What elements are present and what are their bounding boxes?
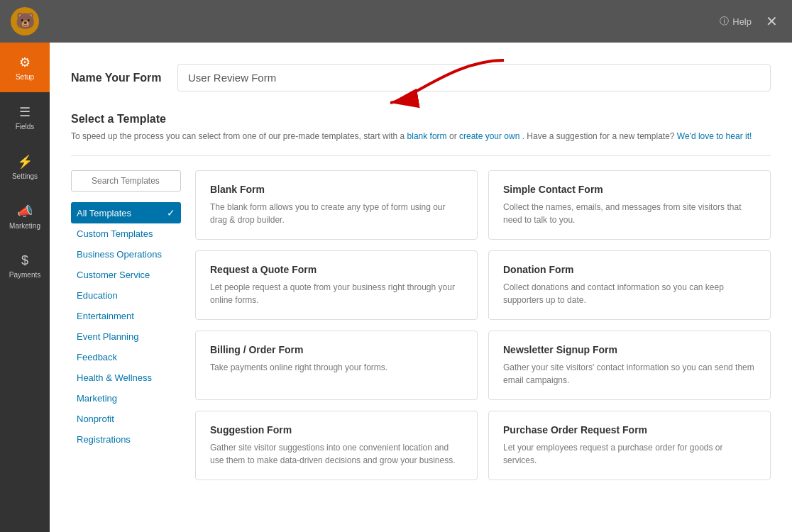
nav-item-settings[interactable]: ⚡ Settings <box>0 142 50 192</box>
sidebar-label-registrations: Registrations <box>77 434 131 445</box>
marketing-icon: 📣 <box>17 204 33 219</box>
sidebar-label-health-wellness: Health & Wellness <box>77 372 152 383</box>
template-title-purchase-order: Purchase Order Request Form <box>503 424 756 436</box>
template-body: 🔍 All Templates ✓ Custom Templates Busin… <box>71 155 771 480</box>
sidebar-item-feedback[interactable]: Feedback <box>71 347 181 367</box>
template-title-simple-contact: Simple Contact Form <box>503 184 756 195</box>
template-card-billing-order[interactable]: Billing / Order Form Take payments onlin… <box>195 331 478 400</box>
template-grid: Blank Form The blank form allows you to … <box>195 170 771 480</box>
bear-logo: 🐻 <box>11 7 39 35</box>
sidebar-item-health-wellness[interactable]: Health & Wellness <box>71 367 181 388</box>
template-desc-donation: Collect donations and contact informatio… <box>503 281 756 306</box>
sidebar-item-event-planning[interactable]: Event Planning <box>71 326 181 347</box>
template-desc-billing-order: Take payments online right through your … <box>210 361 463 374</box>
fields-icon: ☰ <box>19 104 31 120</box>
template-sidebar: 🔍 All Templates ✓ Custom Templates Busin… <box>71 170 195 480</box>
select-template-title: Select a Template <box>71 113 771 126</box>
template-desc-newsletter: Gather your site visitors' contact infor… <box>503 361 756 387</box>
desc-suffix: . Have a suggestion for a new template? <box>522 131 677 141</box>
sidebar-item-registrations[interactable]: Registrations <box>71 429 181 450</box>
sidebar-item-business-operations[interactable]: Business Operations <box>71 244 181 265</box>
help-circle-icon: ⓘ <box>720 15 729 28</box>
nav-label-setup: Setup <box>16 73 34 81</box>
app-logo: 🐻 <box>0 0 50 43</box>
sidebar-item-education[interactable]: Education <box>71 285 181 306</box>
desc-prefix: To speed up the process you can select f… <box>71 131 407 141</box>
sidebar-label-marketing: Marketing <box>77 393 117 404</box>
payments-icon: $ <box>21 253 28 268</box>
select-template-desc: To speed up the process you can select f… <box>71 131 771 141</box>
nav-label-settings: Settings <box>12 172 38 180</box>
sidebar-label-nonprofit: Nonprofit <box>77 414 114 424</box>
sidebar-label-entertainment: Entertainment <box>77 311 134 321</box>
help-label: Help <box>732 16 752 27</box>
search-templates-input[interactable] <box>71 170 181 192</box>
template-desc-blank-form: The blank form allows you to create any … <box>210 201 463 226</box>
nav-item-setup[interactable]: ⚙ Setup <box>0 43 50 92</box>
template-title-billing-order: Billing / Order Form <box>210 344 463 355</box>
sidebar-label-all-templates: All Templates <box>77 208 131 218</box>
sidebar-item-entertainment[interactable]: Entertainment <box>71 306 181 326</box>
name-form-row: Name Your Form <box>71 64 771 92</box>
template-card-blank-form[interactable]: Blank Form The blank form allows you to … <box>195 170 478 240</box>
help-button[interactable]: ⓘ Help <box>720 15 752 28</box>
close-button[interactable]: ✕ <box>766 13 778 30</box>
select-template-section: Select a Template To speed up the proces… <box>71 113 771 480</box>
sidebar-label-feedback: Feedback <box>77 352 117 362</box>
template-title-blank-form: Blank Form <box>210 184 463 195</box>
checkmark-icon: ✓ <box>167 207 175 218</box>
create-your-own-link[interactable]: create your own <box>459 131 519 141</box>
nav-label-marketing: Marketing <box>9 222 40 230</box>
template-title-suggestion: Suggestion Form <box>210 424 463 436</box>
sidebar-item-marketing[interactable]: Marketing <box>71 388 181 409</box>
template-desc-suggestion: Gather site visitor suggestions into one… <box>210 441 463 467</box>
name-form-label: Name Your Form <box>71 72 163 84</box>
template-card-purchase-order[interactable]: Purchase Order Request Form Let your emp… <box>488 411 771 480</box>
template-card-suggestion[interactable]: Suggestion Form Gather site visitor sugg… <box>195 411 478 480</box>
sidebar-label-business-operations: Business Operations <box>77 249 162 260</box>
nav-item-marketing[interactable]: 📣 Marketing <box>0 192 50 241</box>
template-desc-purchase-order: Let your employees request a purchase or… <box>503 441 756 467</box>
nav-item-fields[interactable]: ☰ Fields <box>0 92 50 142</box>
template-card-request-quote[interactable]: Request a Quote Form Let people request … <box>195 250 478 320</box>
nav-label-payments: Payments <box>9 271 40 279</box>
nav-item-payments[interactable]: $ Payments <box>0 241 50 291</box>
main-area: ⓘ Help ✕ Name Your Form <box>50 0 792 532</box>
setup-icon: ⚙ <box>19 55 31 70</box>
template-title-newsletter: Newsletter Signup Form <box>503 344 756 355</box>
search-wrapper: 🔍 <box>71 170 181 192</box>
nav-label-fields: Fields <box>16 123 35 131</box>
blank-form-link[interactable]: blank form <box>407 131 447 141</box>
template-desc-request-quote: Let people request a quote from your bus… <box>210 281 463 306</box>
template-card-newsletter[interactable]: Newsletter Signup Form Gather your site … <box>488 331 771 400</box>
sidebar-item-all-templates[interactable]: All Templates ✓ <box>71 202 181 223</box>
left-navigation: 🐻 ⚙ Setup ☰ Fields ⚡ Settings 📣 Marketin… <box>0 0 50 532</box>
main-content: Name Your Form Select a Template To spee… <box>50 43 792 532</box>
sidebar-label-custom-templates: Custom Templates <box>77 228 153 239</box>
sidebar-label-education: Education <box>77 290 118 301</box>
template-card-simple-contact[interactable]: Simple Contact Form Collect the names, e… <box>488 170 771 240</box>
template-desc-simple-contact: Collect the names, emails, and messages … <box>503 201 756 226</box>
desc-mid: or <box>449 131 459 141</box>
template-title-donation: Donation Form <box>503 264 756 275</box>
close-icon: ✕ <box>766 13 778 29</box>
sidebar-item-customer-service[interactable]: Customer Service <box>71 265 181 285</box>
top-header: ⓘ Help ✕ <box>50 0 792 43</box>
sidebar-label-customer-service: Customer Service <box>77 270 150 280</box>
sidebar-item-custom-templates[interactable]: Custom Templates <box>71 223 181 244</box>
template-card-donation[interactable]: Donation Form Collect donations and cont… <box>488 250 771 320</box>
sidebar-item-nonprofit[interactable]: Nonprofit <box>71 409 181 429</box>
settings-icon: ⚡ <box>17 154 33 170</box>
hear-it-link[interactable]: We'd love to hear it! <box>677 131 752 141</box>
form-name-input[interactable] <box>177 64 771 92</box>
template-title-request-quote: Request a Quote Form <box>210 264 463 275</box>
sidebar-label-event-planning: Event Planning <box>77 331 138 342</box>
